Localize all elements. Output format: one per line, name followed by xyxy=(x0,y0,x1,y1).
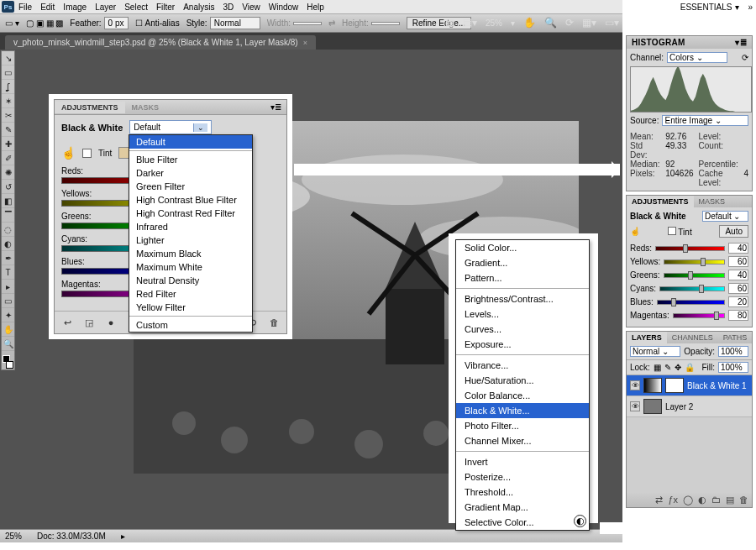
tab-adjustments-mini[interactable]: ADJUSTMENTS xyxy=(627,196,694,207)
tab-layers[interactable]: LAYERS xyxy=(627,332,667,343)
menu-help[interactable]: Help xyxy=(307,3,324,12)
target-adjust-mini-icon[interactable]: ☝ xyxy=(630,227,640,236)
zoom-tool-icon[interactable]: 🔍 xyxy=(544,17,557,29)
mini-slider-magentas[interactable] xyxy=(673,313,725,318)
layer-thumbnail[interactable] xyxy=(643,378,662,393)
dodge-tool-icon[interactable]: ◐ xyxy=(2,237,14,251)
hand-tool2-icon[interactable]: ✋ xyxy=(2,322,14,337)
auto-button[interactable]: Auto xyxy=(719,225,748,238)
preset-item-default[interactable]: Default xyxy=(129,135,252,149)
tab-paths[interactable]: PATHS xyxy=(718,332,753,343)
panel-menu-icon[interactable]: ▾≣ xyxy=(735,38,747,47)
eyedropper-tool-icon[interactable]: ✎ xyxy=(2,123,14,137)
menu-item[interactable]: Invert xyxy=(456,454,589,469)
mini-slider-value[interactable]: 40 xyxy=(728,243,748,254)
lasso-tool-icon[interactable]: ʆ xyxy=(2,80,14,94)
workspace-switcher[interactable]: ESSENTIALS xyxy=(680,3,732,12)
mini-slider-greens[interactable] xyxy=(664,273,725,278)
link-layers-icon[interactable]: ⇄ xyxy=(655,495,663,505)
brush-tool-icon[interactable]: ✐ xyxy=(2,151,14,165)
collapse-panels-icon[interactable]: » xyxy=(748,3,753,12)
mini-slider-reds[interactable] xyxy=(655,246,725,251)
menu-item[interactable]: Channel Mixer... xyxy=(456,433,589,448)
mini-slider-value[interactable]: 40 xyxy=(728,270,748,280)
layer-mask-thumbnail[interactable] xyxy=(665,378,684,393)
preset-item[interactable]: Yellow Filter xyxy=(129,301,252,314)
preset-item[interactable]: High Contrast Blue Filter xyxy=(129,193,252,207)
chevron-down-icon[interactable]: ▾ xyxy=(735,3,739,12)
zoom-level[interactable]: 25% xyxy=(486,18,502,28)
new-adjustment-layer-icon[interactable]: ◐ xyxy=(698,495,706,505)
menu-filter[interactable]: Filter xyxy=(156,3,175,12)
preset-item[interactable]: Lighter xyxy=(129,233,252,247)
3d-tool-icon[interactable]: ✦ xyxy=(2,308,14,322)
preset-item[interactable]: Maximum Black xyxy=(129,247,252,260)
menu-item[interactable]: Curves... xyxy=(456,322,589,337)
menu-item[interactable]: Color Balance... xyxy=(456,388,589,403)
path-select-tool-icon[interactable]: ▸ xyxy=(2,280,14,294)
mini-slider-cyans[interactable] xyxy=(659,286,725,291)
preset-item[interactable]: Red Filter xyxy=(129,287,252,301)
visibility-toggle-icon[interactable]: 👁 xyxy=(630,380,640,390)
preset-item[interactable]: Maximum White xyxy=(129,260,252,274)
menu-item[interactable]: Hue/Saturation... xyxy=(456,373,589,388)
menu-item[interactable]: Brightness/Contrast... xyxy=(456,291,589,306)
layer-row[interactable]: 👁Layer 2 xyxy=(627,396,752,417)
preset-item[interactable]: Darker xyxy=(129,166,252,180)
view-extras-icon[interactable]: ▤▾ xyxy=(463,17,477,29)
tint-checkbox-mini[interactable] xyxy=(668,227,676,235)
lock-position-icon[interactable]: ✥ xyxy=(675,363,681,372)
lock-pixels-icon[interactable]: ✎ xyxy=(664,363,671,372)
preset-item[interactable]: Infrared xyxy=(129,220,252,233)
layer-name[interactable]: Layer 2 xyxy=(665,402,693,411)
menu-item-black-and-white[interactable]: Black & White... xyxy=(456,403,589,418)
menu-item[interactable]: Levels... xyxy=(456,306,589,322)
style-dropdown[interactable]: Normal xyxy=(210,17,260,29)
tint-checkbox[interactable] xyxy=(82,149,92,158)
close-tab-icon[interactable]: × xyxy=(303,39,307,47)
tab-masks[interactable]: MASKS xyxy=(125,102,166,113)
blur-tool-icon[interactable]: ◌ xyxy=(2,223,14,237)
shape-tool-icon[interactable]: ▭ xyxy=(2,294,14,308)
tab-masks-mini[interactable]: MASKS xyxy=(694,196,731,207)
clip-to-layer-icon[interactable]: ● xyxy=(105,317,117,328)
menu-file[interactable]: File xyxy=(18,3,32,12)
menu-image[interactable]: Image xyxy=(63,3,87,12)
menu-layer[interactable]: Layer xyxy=(95,3,116,12)
crop-tool-icon[interactable]: ✂ xyxy=(2,108,14,123)
layer-mask-icon[interactable]: ◯ xyxy=(683,495,693,505)
blend-mode-select[interactable]: Normal ⌄ xyxy=(630,346,680,357)
menu-3d[interactable]: 3D xyxy=(223,3,234,12)
menu-item[interactable]: Posterize... xyxy=(456,469,589,485)
mini-slider-value[interactable]: 80 xyxy=(728,310,748,321)
menu-item[interactable]: Solid Color... xyxy=(456,240,589,255)
new-layer-icon[interactable]: ▤ xyxy=(726,495,734,505)
move-tool-icon[interactable]: ↘ xyxy=(2,51,14,65)
antialias-checkbox[interactable]: Anti-alias xyxy=(145,18,180,28)
screen-mode-icon[interactable]: ▭▾ xyxy=(605,17,619,29)
trash-icon[interactable]: 🗑 xyxy=(268,317,280,328)
lock-transparency-icon[interactable]: ▦ xyxy=(654,363,661,372)
feather-input[interactable]: 0 px xyxy=(104,17,129,29)
type-tool-icon[interactable]: T xyxy=(2,265,14,280)
menu-analysis[interactable]: Analysis xyxy=(183,3,214,12)
menu-item[interactable]: Selective Color... xyxy=(456,515,589,530)
marquee-tool-icon[interactable]: ▭ xyxy=(2,65,14,80)
menu-edit[interactable]: Edit xyxy=(40,3,55,12)
menu-item[interactable]: Gradient... xyxy=(456,255,589,270)
channel-select[interactable]: Colors ⌄ xyxy=(667,52,727,63)
refresh-icon[interactable]: ⟳ xyxy=(742,53,748,62)
mini-slider-blues[interactable] xyxy=(657,300,725,305)
preset-item-custom[interactable]: Custom xyxy=(129,318,252,332)
hand-tool-icon[interactable]: ✋ xyxy=(523,17,536,29)
visibility-toggle-icon[interactable]: 👁 xyxy=(630,401,640,411)
fill-input[interactable]: 100% xyxy=(718,362,748,373)
delete-layer-icon[interactable]: 🗑 xyxy=(739,495,748,505)
layer-name[interactable]: Black & White 1 xyxy=(687,381,747,390)
menu-item[interactable]: Photo Filter... xyxy=(456,418,589,433)
rotate-view-icon[interactable]: ⟳ xyxy=(565,17,574,29)
history-brush-tool-icon[interactable]: ↺ xyxy=(2,180,14,194)
menu-item[interactable]: Gradient Map... xyxy=(456,500,589,515)
quick-select-tool-icon[interactable]: ✶ xyxy=(2,94,14,108)
mini-slider-yellows[interactable] xyxy=(664,259,725,265)
